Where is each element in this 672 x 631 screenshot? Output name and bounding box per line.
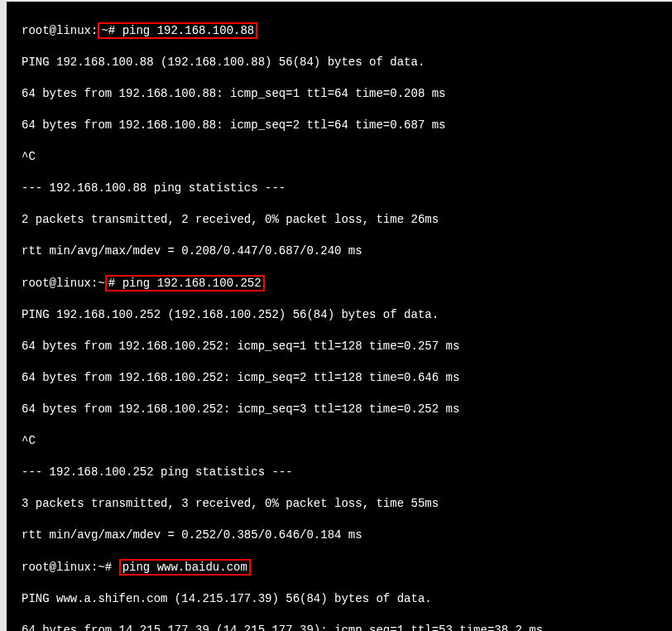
shell-prompt: root@linux:	[22, 24, 98, 37]
ping-command-1: ~# ping 192.168.100.88	[98, 22, 257, 39]
ping-output-line: 64 bytes from 192.168.100.88: icmp_seq=1…	[22, 86, 665, 102]
ping-output-line: 64 bytes from 192.168.100.88: icmp_seq=2…	[22, 118, 665, 133]
ping-output-line: PING 192.168.100.252 (192.168.100.252) 5…	[22, 307, 665, 323]
shell-prompt: root@linux:~#	[22, 561, 119, 574]
ping-stats-line: 3 packets transmitted, 3 received, 0% pa…	[22, 496, 665, 512]
ping-stats-line: rtt min/avg/max/mdev = 0.208/0.447/0.687…	[22, 243, 665, 259]
ping-command-3: ping www.baidu.com	[119, 559, 251, 576]
interrupt-signal: ^C	[22, 433, 665, 449]
ping-stats-header: --- 192.168.100.88 ping statistics ---	[22, 181, 665, 196]
ping-output-line: PING 192.168.100.88 (192.168.100.88) 56(…	[22, 55, 665, 70]
ping-command-2: # ping 192.168.100.252	[105, 275, 265, 291]
ping-stats-line: 2 packets transmitted, 2 received, 0% pa…	[22, 212, 665, 228]
ping-output-line: 64 bytes from 14.215.177.39 (14.215.177.…	[22, 623, 665, 631]
ping-stats-header: --- 192.168.100.252 ping statistics ---	[22, 465, 665, 480]
ping-output-line: 64 bytes from 192.168.100.252: icmp_seq=…	[22, 402, 665, 417]
interrupt-signal: ^C	[22, 149, 665, 165]
ping-output-line: PING www.a.shifen.com (14.215.177.39) 56…	[22, 591, 665, 607]
ping-output-line: 64 bytes from 192.168.100.252: icmp_seq=…	[22, 339, 665, 354]
terminal-window[interactable]: root@linux:~# ping 192.168.100.88 PING 1…	[0, 0, 672, 631]
shell-prompt: root@linux:~	[22, 277, 105, 290]
ping-stats-line: rtt min/avg/max/mdev = 0.252/0.385/0.646…	[22, 527, 665, 543]
ping-output-line: 64 bytes from 192.168.100.252: icmp_seq=…	[22, 370, 665, 386]
